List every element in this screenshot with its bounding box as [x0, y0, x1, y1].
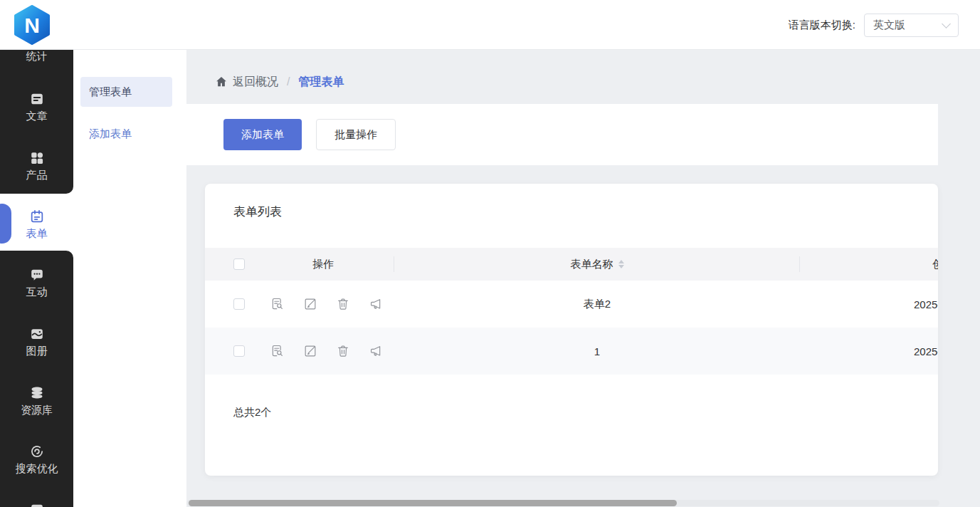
column-label-actions: 操作 [312, 258, 334, 270]
sidebar-item-label: 产品 [26, 168, 48, 182]
language-switcher: 语言版本切换: 英文版 [789, 0, 959, 50]
language-label: 语言版本切换: [789, 19, 855, 32]
admin-page: N 语言版本切换: 英文版 统计 文章 [0, 0, 980, 507]
form-date-cell: 2025- [800, 345, 938, 357]
sort-icon[interactable] [618, 260, 624, 268]
form-list-card: 表单列表 操作 表单名称 [205, 184, 938, 476]
row-actions [252, 297, 394, 311]
form-name-cell: 1 [394, 345, 800, 357]
sidebar-item-label: 资源库 [21, 403, 53, 417]
toolbar: 添加表单 批量操作 [186, 104, 938, 165]
logo-letter: N [24, 14, 40, 37]
add-form-button[interactable]: 添加表单 [223, 119, 302, 150]
delete-icon[interactable] [336, 297, 350, 311]
edit-icon[interactable] [303, 344, 317, 358]
sidebar-item-label: 统计 [26, 49, 48, 63]
sidebar-item-interaction[interactable]: 互动 [0, 267, 73, 299]
app-logo[interactable]: N [12, 5, 52, 45]
column-label-date: 创建时间 [932, 258, 938, 271]
sidebar-item-gallery[interactable]: 图册 [0, 326, 73, 358]
sidebar-item-label: 表单 [26, 226, 48, 241]
breadcrumb: 返回概况 / 管理表单 [215, 71, 344, 93]
header-checkbox-cell [205, 258, 252, 270]
select-all-checkbox[interactable] [233, 258, 245, 270]
row-checkbox[interactable] [233, 298, 245, 310]
library-icon [29, 385, 45, 401]
sidebar-item-forms[interactable]: 表单 [0, 209, 73, 241]
language-value: 英文版 [873, 19, 905, 32]
header-name-cell: 表单名称 [394, 258, 800, 271]
sidebar-item-seo[interactable]: 搜索优化 [0, 444, 73, 476]
form-date-cell: 2025- [800, 298, 938, 310]
table-header-row: 操作 表单名称 创建时间 [205, 248, 938, 281]
column-label-name: 表单名称 [571, 258, 613, 271]
table-row: 1 2025- [205, 328, 938, 375]
breadcrumb-back-link[interactable]: 返回概况 [215, 75, 278, 90]
sidebar-item-label: 文章 [26, 109, 48, 123]
row-actions [252, 344, 394, 358]
total-count-label: 总共2个 [233, 406, 271, 419]
subnav-item-label: 添加表单 [89, 127, 132, 141]
breadcrumb-back-label: 返回概况 [233, 75, 278, 90]
top-header: N 语言版本切换: 英文版 [0, 0, 980, 50]
more-icon [29, 502, 45, 507]
logo-hexagon-icon: N [12, 5, 52, 45]
language-select[interactable]: 英文版 [864, 14, 959, 37]
sidebar-item-label: 互动 [26, 285, 48, 299]
sidebar-item-more[interactable] [0, 502, 73, 507]
sidebar-item-label: 图册 [26, 344, 48, 358]
icon-sidebar: 统计 文章 产品 表单 [0, 50, 73, 507]
batch-operation-button[interactable]: 批量操作 [316, 119, 396, 150]
chevron-down-icon [942, 19, 951, 28]
article-icon [29, 91, 45, 107]
view-doc-icon[interactable] [270, 297, 285, 311]
edit-icon[interactable] [303, 297, 317, 311]
sidebar-item-label: 搜索优化 [16, 461, 58, 476]
header-actions-cell: 操作 [252, 258, 394, 271]
sub-sidebar: 管理表单 添加表单 [73, 50, 186, 507]
header-date-cell: 创建时间 [800, 258, 938, 271]
home-icon [215, 75, 228, 88]
products-icon [29, 150, 45, 166]
card-title: 表单列表 [233, 204, 282, 220]
delete-icon[interactable] [336, 344, 350, 358]
chat-icon [29, 267, 45, 283]
main-content: 返回概况 / 管理表单 添加表单 批量操作 表单列表 操作 [186, 50, 980, 507]
view-doc-icon[interactable] [270, 344, 285, 358]
seo-icon [29, 444, 45, 459]
sidebar-item-articles[interactable]: 文章 [0, 91, 73, 123]
breadcrumb-current[interactable]: 管理表单 [298, 75, 344, 90]
subnav-item-manage-forms[interactable]: 管理表单 [80, 77, 172, 107]
forms-table: 操作 表单名称 创建时间 [205, 248, 938, 375]
form-icon [29, 209, 45, 224]
gallery-icon [29, 326, 45, 342]
subnav-item-label: 管理表单 [89, 85, 132, 99]
breadcrumb-separator: / [287, 75, 290, 88]
announce-icon[interactable] [369, 297, 383, 311]
horizontal-scrollbar-thumb[interactable] [189, 500, 677, 506]
row-checkbox[interactable] [233, 345, 245, 357]
table-row: 表单2 2025- [205, 281, 938, 328]
sidebar-item-products[interactable]: 产品 [0, 150, 73, 182]
subnav-item-add-form[interactable]: 添加表单 [73, 122, 186, 145]
announce-icon[interactable] [369, 344, 383, 358]
sidebar-item-library[interactable]: 资源库 [0, 385, 73, 417]
form-name-cell: 表单2 [394, 298, 800, 311]
